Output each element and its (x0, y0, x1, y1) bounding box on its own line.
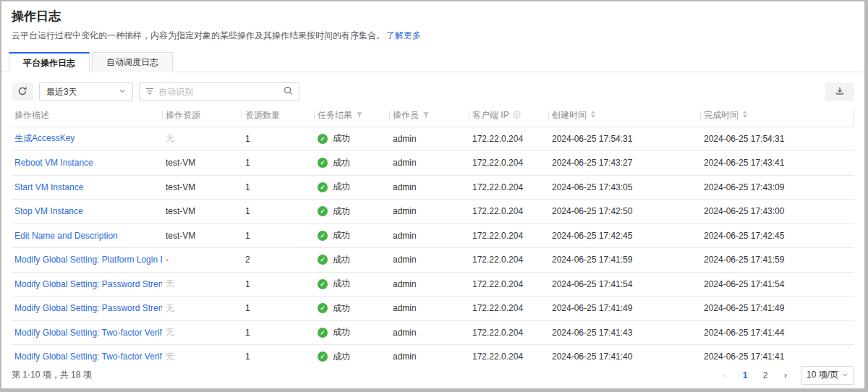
page-button-1[interactable]: 1 (737, 367, 753, 383)
col-client-ip: 客户端 IP (469, 109, 548, 127)
resource-value: - (166, 255, 169, 265)
page-size-select[interactable]: 10 项/页 (801, 366, 854, 385)
table-row: Edit Name and Description test-VM 1 ✓ 成功… (12, 223, 854, 248)
table-row: Modify Global Setting: Platform Login Pa… (12, 248, 854, 273)
resource-count-value: 2 (245, 255, 250, 265)
resource-count-value: 1 (245, 328, 250, 338)
operator-value: admin (393, 328, 417, 338)
status-badge: ✓ 成功 (318, 302, 350, 315)
completion-time-value: 2024-06-25 17:54:31 (704, 134, 784, 144)
status-badge: ✓ 成功 (318, 157, 350, 169)
search-box (139, 82, 299, 101)
pagination: ‹ 1 2 › 10 项/页 (712, 366, 854, 385)
operation-description-link[interactable]: Start VM Instance (14, 182, 83, 192)
success-check-icon: ✓ (318, 231, 328, 241)
refresh-button[interactable] (12, 82, 33, 101)
operation-description-link[interactable]: Modify Global Setting: Two-factor Verifi… (14, 351, 162, 362)
download-button[interactable] (825, 82, 854, 101)
refresh-icon (17, 86, 27, 98)
operator-value: admin (393, 303, 417, 313)
time-range-value: 最近3天 (46, 86, 77, 98)
toolbar: 最近3天 (12, 82, 854, 101)
status-label: 成功 (333, 254, 350, 266)
resource-value: 无 (166, 327, 174, 337)
operator-value: admin (393, 255, 417, 265)
subtitle-text: 云平台运行过程中变化的一种抽样，内容为指定对象的某些操作及其操作结果按时间的有序… (12, 30, 385, 41)
table-row: Modify Global Setting: Password Strength… (12, 272, 854, 297)
col-operation-description: 操作描述 (12, 109, 162, 127)
operation-description-link[interactable]: Modify Global Setting: Platform Login Pa… (14, 255, 162, 265)
table-row: Reboot VM Instance test-VM 1 ✓ 成功 admin … (12, 151, 854, 176)
client-ip-value: 172.22.0.204 (472, 206, 523, 216)
next-page-button[interactable]: › (778, 367, 793, 383)
filter-funnel-icon[interactable] (356, 111, 363, 121)
chevron-down-icon (119, 87, 126, 97)
download-icon (835, 86, 845, 98)
operator-value: admin (393, 351, 417, 362)
operation-description-link[interactable]: Reboot VM Instance (14, 158, 93, 168)
search-input[interactable] (158, 87, 279, 97)
operation-description-link[interactable]: Stop VM Instance (14, 206, 83, 216)
operation-description-link[interactable]: Modify Global Setting: Password Strength… (14, 303, 162, 313)
col-completion-time: 完成时间 (700, 109, 854, 127)
operation-description-link[interactable]: Modify Global Setting: Two-factor Verifi… (14, 328, 162, 338)
tab-platform-operation-log[interactable]: 平台操作日志 (9, 52, 90, 72)
operation-description-link[interactable]: 生成AccessKey (14, 133, 75, 143)
time-range-select[interactable]: 最近3天 (39, 82, 133, 101)
client-ip-value: 172.22.0.204 (472, 303, 523, 313)
resource-count-value: 1 (245, 351, 250, 362)
page-button-2[interactable]: 2 (757, 367, 773, 383)
status-badge: ✓ 成功 (318, 181, 350, 193)
tab-bar: 平台操作日志 自动调度日志 (1, 51, 864, 72)
success-check-icon: ✓ (318, 351, 328, 362)
col-creation-time: 创建时间 (548, 109, 700, 127)
col-task-result: 任务结果 (314, 109, 389, 127)
client-ip-value: 172.22.0.204 (472, 351, 523, 362)
success-check-icon: ✓ (318, 255, 328, 265)
success-check-icon: ✓ (318, 328, 328, 338)
client-ip-value: 172.22.0.204 (472, 158, 523, 168)
items-summary: 第 1-10 项，共 18 项 (12, 369, 92, 381)
page-size-value: 10 项/页 (807, 369, 838, 381)
client-ip-value: 172.22.0.204 (472, 279, 523, 289)
status-label: 成功 (333, 278, 350, 290)
status-label: 成功 (333, 132, 350, 145)
status-label: 成功 (333, 302, 350, 315)
prev-page-button[interactable]: ‹ (717, 367, 733, 383)
tab-auto-scheduling-log[interactable]: 自动调度日志 (92, 52, 173, 72)
creation-time-value: 2024-06-25 17:41:54 (552, 279, 632, 289)
table-header-row: 操作描述 操作资源 资源数量 任务结果 操作员 客户端 IP 创建时间 完成时间 (12, 109, 854, 127)
completion-time-value: 2024-06-25 17:41:49 (704, 303, 784, 313)
creation-time-value: 2024-06-25 17:42:45 (552, 231, 632, 241)
learn-more-link[interactable]: 了解更多 (386, 30, 421, 41)
resource-value: test-VM (166, 182, 195, 192)
filter-funnel-icon[interactable] (422, 111, 430, 121)
operator-value: admin (393, 182, 417, 192)
search-icon[interactable] (284, 85, 293, 98)
operation-log-page: 操作日志 云平台运行过程中变化的一种抽样，内容为指定对象的某些操作及其操作结果按… (0, 0, 868, 392)
resource-value: 无 (166, 351, 174, 362)
creation-time-value: 2024-06-25 17:41:43 (552, 328, 632, 338)
creation-time-value: 2024-06-25 17:41:49 (552, 303, 632, 313)
creation-time-value: 2024-06-25 17:43:27 (552, 158, 632, 168)
page-subtitle: 云平台运行过程中变化的一种抽样，内容为指定对象的某些操作及其操作结果按时间的有序… (12, 30, 854, 42)
status-label: 成功 (333, 205, 350, 218)
operation-description-link[interactable]: Edit Name and Description (14, 231, 118, 241)
resource-count-value: 1 (245, 134, 250, 144)
client-ip-value: 172.22.0.204 (472, 134, 523, 144)
status-badge: ✓ 成功 (318, 278, 350, 290)
operation-description-link[interactable]: Modify Global Setting: Password Strength… (14, 279, 162, 289)
completion-time-value: 2024-06-25 17:43:09 (704, 182, 784, 192)
col-resource-count: 资源数量 (242, 109, 314, 127)
status-badge: ✓ 成功 (318, 326, 350, 338)
completion-time-value: 2024-06-25 17:42:45 (704, 231, 784, 241)
resource-count-value: 1 (245, 279, 250, 289)
resource-value: 无 (166, 133, 174, 143)
table-row: Modify Global Setting: Two-factor Verifi… (12, 320, 854, 345)
status-badge: ✓ 成功 (318, 205, 350, 218)
sort-icon[interactable] (590, 111, 596, 121)
sort-icon[interactable] (742, 111, 748, 121)
creation-time-value: 2024-06-25 17:43:05 (552, 182, 632, 192)
info-circle-icon[interactable] (513, 111, 521, 121)
status-badge: ✓ 成功 (318, 229, 350, 242)
